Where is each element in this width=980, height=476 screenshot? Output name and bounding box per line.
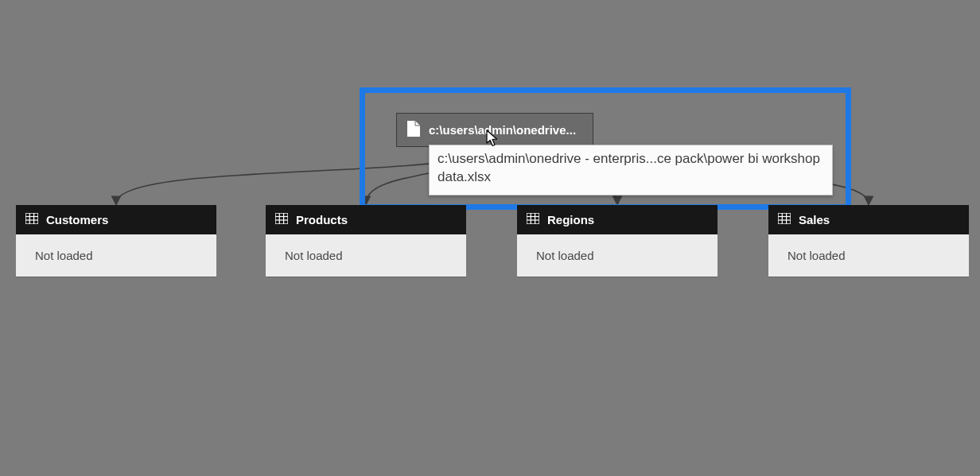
data-source-node[interactable]: c:\users\admin\onedrive...: [396, 113, 593, 147]
table-status: Not loaded: [266, 234, 466, 277]
table-name: Regions: [547, 213, 594, 226]
svg-rect-5: [275, 213, 288, 224]
svg-rect-15: [778, 213, 791, 224]
table-name: Customers: [46, 213, 108, 226]
table-node-header: Customers: [16, 205, 216, 234]
file-icon: [406, 120, 421, 140]
table-icon: [527, 213, 539, 226]
table-node-header: Products: [266, 205, 466, 234]
table-node-header: Sales: [768, 205, 969, 234]
table-status: Not loaded: [517, 234, 718, 277]
table-icon: [25, 213, 38, 226]
table-icon: [778, 213, 791, 226]
table-status: Not loaded: [16, 234, 216, 277]
svg-rect-10: [527, 213, 539, 224]
table-icon: [275, 213, 288, 226]
table-name: Products: [296, 213, 348, 226]
table-name: Sales: [799, 213, 830, 226]
data-source-tooltip: c:\users\admin\onedrive - enterpris...ce…: [429, 145, 833, 195]
svg-rect-0: [25, 213, 38, 224]
table-node-sales[interactable]: Sales Not loaded: [768, 205, 969, 277]
table-node-products[interactable]: Products Not loaded: [266, 205, 466, 277]
table-node-customers[interactable]: Customers Not loaded: [16, 205, 216, 277]
table-node-header: Regions: [517, 205, 718, 234]
table-status: Not loaded: [768, 234, 969, 277]
table-node-regions[interactable]: Regions Not loaded: [517, 205, 718, 277]
data-source-label: c:\users\admin\onedrive...: [429, 123, 576, 137]
